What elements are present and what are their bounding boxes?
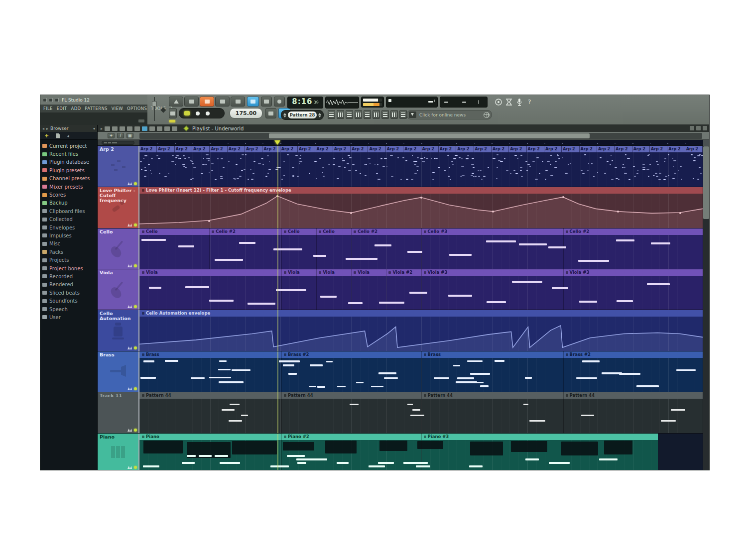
clip-arp[interactable]: Arp 2 — [386, 146, 403, 152]
clip-label[interactable]: Brass #2 — [564, 351, 591, 358]
browser-add-icon[interactable]: + — [44, 133, 49, 138]
browser-item-current-project[interactable]: Current project — [42, 142, 97, 150]
toggle-project-picker-icon[interactable] — [373, 110, 380, 119]
clip-label[interactable]: Pattern 44 — [140, 392, 171, 399]
clip-arp[interactable]: Arp 2 — [228, 146, 245, 152]
track-header[interactable]: Cello — [98, 228, 138, 269]
browser-back-icon[interactable]: ◂ — [42, 126, 44, 131]
maximize-icon[interactable] — [55, 98, 59, 102]
automation-point[interactable] — [617, 211, 619, 213]
track-mute-led[interactable] — [134, 224, 137, 226]
playlist-menu-arrow-icon[interactable]: ▸ — [101, 126, 103, 131]
clip-label[interactable]: Viola — [282, 269, 300, 276]
clip-label[interactable]: Cello — [317, 228, 335, 235]
clip-label[interactable]: Piano #2 — [282, 434, 309, 440]
browser-item-speech[interactable]: Speech — [42, 305, 97, 313]
paint-tool-icon[interactable] — [120, 126, 125, 131]
clip-label[interactable]: Cello — [282, 228, 300, 235]
clip-arp[interactable]: Arp 2 — [280, 146, 298, 152]
clip-arp[interactable]: Arp 2 — [597, 146, 615, 152]
clip-arp[interactable]: Arp 2 — [351, 146, 368, 152]
clip-arp[interactable]: Arp 2 — [403, 146, 421, 152]
clip-arp[interactable]: Arp 2 — [421, 146, 439, 152]
app-icon[interactable] — [43, 98, 47, 102]
track-lane[interactable]: Cello Automation envelope — [138, 310, 703, 351]
pattern-grid-button[interactable]: ▦ — [126, 133, 133, 138]
loop-record-button[interactable] — [169, 108, 177, 118]
browser-item-scores[interactable]: Scores — [42, 191, 97, 199]
clip-arp[interactable]: Arp 2 — [580, 146, 597, 152]
toggle-plugin-picker-icon[interactable] — [381, 110, 389, 119]
delete-tool-icon[interactable] — [127, 126, 132, 131]
clip-arp[interactable]: Arp 2 — [368, 146, 385, 152]
clip-label[interactable]: Cello — [140, 228, 158, 235]
track-mute-led[interactable] — [134, 346, 137, 349]
clip-label[interactable]: Brass #2 — [282, 351, 309, 358]
track-header[interactable]: Cello Automation — [98, 310, 138, 351]
automation-curve[interactable] — [139, 317, 703, 351]
toggle-mixer-icon[interactable] — [355, 110, 362, 119]
playlist-close-icon[interactable] — [703, 126, 707, 130]
menu-item-patterns[interactable]: PATTERNS — [85, 106, 107, 111]
playlist-maximize-icon[interactable] — [696, 126, 701, 130]
clip-label[interactable]: Pattern 44 — [564, 392, 595, 399]
slip-tool-icon[interactable] — [149, 126, 155, 131]
clip-label[interactable]: Viola — [317, 269, 335, 276]
clip-arp[interactable]: Arp 2 — [439, 146, 456, 152]
track-mute-led[interactable] — [134, 264, 137, 267]
clip-label[interactable]: Cello #2 — [564, 228, 590, 235]
toggle-playlist-icon[interactable] — [328, 110, 335, 119]
track-lane[interactable]: BrassBrass #2BrassBrass #2 — [138, 351, 703, 392]
track-lane[interactable]: ViolaViolaViolaViolaViola #2Viola #3Viol… — [138, 269, 703, 310]
toggle-browser-icon[interactable] — [364, 110, 371, 119]
wait-for-input-button[interactable] — [231, 97, 245, 107]
snap-magnet-icon[interactable] — [142, 126, 147, 131]
track-header[interactable]: Love Philter - Cutoff frequency — [98, 187, 138, 228]
hourglass-icon[interactable] — [505, 98, 513, 107]
browser-item-project-bones[interactable]: Project bones — [42, 264, 97, 272]
mute-tool-icon[interactable] — [134, 126, 140, 131]
clip-arp[interactable]: Arp 2 — [492, 146, 509, 152]
menu-item-edit[interactable]: EDIT — [57, 106, 67, 111]
wave-scrub-button[interactable] — [265, 108, 276, 118]
step-edit-button[interactable] — [261, 97, 272, 107]
clip-arp[interactable]: Arp 2 — [474, 146, 492, 152]
download-icon[interactable] — [409, 112, 416, 118]
pattern-prev-arrow[interactable] — [283, 113, 286, 117]
clip-arp[interactable]: Arp 2 — [139, 146, 157, 152]
clip-label[interactable]: Viola — [140, 269, 158, 276]
menu-item-view[interactable]: VIEW — [112, 106, 123, 111]
add-pattern-button[interactable]: + — [108, 133, 115, 138]
automation-point[interactable] — [350, 212, 352, 214]
clip-arp[interactable]: Arp 2 — [685, 146, 703, 152]
browser-item-impulses[interactable]: Impulses — [42, 231, 97, 239]
track-mute-led[interactable] — [134, 429, 137, 432]
play-button[interactable] — [184, 111, 190, 115]
playback-tool-icon[interactable] — [172, 126, 177, 131]
track-lane[interactable]: Love Philter (Insert 12) - Filter 1 - Cu… — [138, 187, 703, 228]
clip-label[interactable]: Cello #2 — [352, 228, 377, 235]
pattern-next-arrow[interactable] — [318, 113, 321, 117]
clip-label[interactable]: Viola #2 — [387, 269, 412, 276]
automation-point[interactable] — [492, 211, 494, 213]
timeline-ruler[interactable] — [139, 140, 703, 145]
automation-point[interactable] — [208, 220, 210, 222]
master-volume-slider[interactable] — [152, 97, 157, 121]
track-header[interactable]: Piano — [98, 434, 138, 470]
browser-item-envelopes[interactable]: Envelopes — [42, 224, 97, 231]
clip-arp[interactable]: Arp 2 — [562, 146, 579, 152]
menu-item-add[interactable]: ADD — [71, 106, 81, 111]
browser-file-icon[interactable] — [56, 133, 60, 138]
playlist-detach-icon[interactable] — [690, 126, 694, 130]
clip-arp[interactable]: Arp 2 — [245, 146, 262, 152]
clip-arp[interactable]: Arp 2 — [527, 146, 544, 152]
clip-arp[interactable]: Arp 2 — [509, 146, 526, 152]
toggle-piano-roll-icon[interactable] — [346, 110, 353, 119]
browser-collapse-icon[interactable]: ◂ — [67, 133, 69, 138]
track-header[interactable]: Arp 2 — [98, 146, 138, 187]
browser-item-misc[interactable]: Misc — [42, 240, 97, 248]
horizontal-scrollbar[interactable] — [139, 133, 702, 139]
clip-arp[interactable]: Arp 2 — [667, 146, 685, 152]
draw-tool-icon[interactable] — [112, 126, 118, 131]
browser-item-packs[interactable]: Packs — [42, 248, 97, 256]
